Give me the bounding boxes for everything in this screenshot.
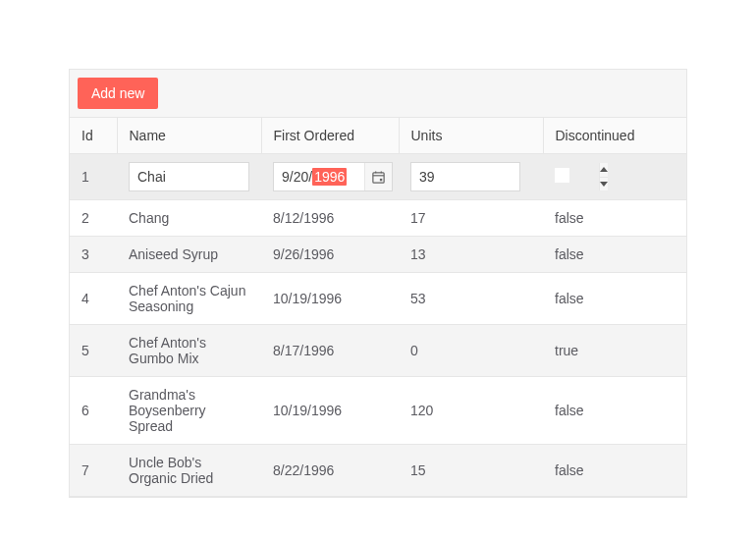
grid-table: Id Name First Ordered Units Discontinued… xyxy=(70,118,686,497)
cell-id: 6 xyxy=(70,377,117,445)
cell-units: 15 xyxy=(399,445,543,497)
spin-down-button[interactable] xyxy=(600,178,608,191)
grid-toolbar: Add new xyxy=(70,70,686,118)
cell-name: Chef Anton's Gumbo Mix xyxy=(117,325,261,377)
cell-id: 2 xyxy=(70,200,117,237)
col-header-discontinued[interactable]: Discontinued xyxy=(543,118,686,154)
cell-units: 0 xyxy=(399,325,543,377)
cell-name: Uncle Bob's Organic Dried xyxy=(117,445,261,497)
table-row[interactable]: 4 Chef Anton's Cajun Seasoning 10/19/199… xyxy=(70,273,686,325)
date-selected-segment: 1996 xyxy=(312,168,347,186)
cell-discontinued: false xyxy=(543,445,686,497)
cell-first-ordered: 10/19/1996 xyxy=(261,377,399,445)
cell-units-edit xyxy=(399,154,543,200)
cell-discontinued: true xyxy=(543,325,686,377)
cell-discontinued: false xyxy=(543,273,686,325)
data-grid: Add new Id Name First Ordered Units Disc… xyxy=(69,69,687,498)
table-row[interactable]: 6 Grandma's Boysenberry Spread 10/19/199… xyxy=(70,377,686,445)
cell-id: 1 xyxy=(70,154,117,200)
table-row[interactable]: 3 Aniseed Syrup 9/26/1996 13 false xyxy=(70,237,686,273)
table-row[interactable]: 7 Uncle Bob's Organic Dried 8/22/1996 15… xyxy=(70,445,686,497)
numeric-stepper xyxy=(410,162,520,191)
header-row: Id Name First Ordered Units Discontinued xyxy=(70,118,686,154)
date-input-text[interactable]: 9/20/1996 xyxy=(274,168,364,186)
cell-id: 5 xyxy=(70,325,117,377)
table-row-editing: 1 9/20/1996 xyxy=(70,154,686,200)
cell-name: Chef Anton's Cajun Seasoning xyxy=(117,273,261,325)
cell-name: Grandma's Boysenberry Spread xyxy=(117,377,261,445)
calendar-icon xyxy=(371,170,386,185)
cell-id: 3 xyxy=(70,237,117,273)
add-new-button[interactable]: Add new xyxy=(78,78,158,109)
svg-rect-0 xyxy=(373,172,384,182)
cell-first-ordered-edit: 9/20/1996 xyxy=(261,154,399,200)
spinner xyxy=(599,163,608,190)
table-row[interactable]: 5 Chef Anton's Gumbo Mix 8/17/1996 0 tru… xyxy=(70,325,686,377)
cell-first-ordered: 8/17/1996 xyxy=(261,325,399,377)
cell-units: 17 xyxy=(399,200,543,237)
cell-first-ordered: 9/26/1996 xyxy=(261,237,399,273)
calendar-toggle-button[interactable] xyxy=(364,163,392,190)
cell-discontinued: false xyxy=(543,237,686,273)
svg-rect-4 xyxy=(380,178,382,180)
caret-up-icon xyxy=(600,167,608,172)
cell-discontinued: false xyxy=(543,377,686,445)
cell-name-edit xyxy=(117,154,261,200)
cell-first-ordered: 8/22/1996 xyxy=(261,445,399,497)
cell-id: 4 xyxy=(70,273,117,325)
spin-up-button[interactable] xyxy=(600,163,608,178)
name-input[interactable] xyxy=(129,162,249,191)
date-picker[interactable]: 9/20/1996 xyxy=(273,162,393,191)
cell-discontinued: false xyxy=(543,200,686,237)
caret-down-icon xyxy=(600,182,608,187)
cell-id: 7 xyxy=(70,445,117,497)
cell-units: 120 xyxy=(399,377,543,445)
units-input[interactable] xyxy=(411,163,599,190)
cell-first-ordered: 10/19/1996 xyxy=(261,273,399,325)
cell-first-ordered: 8/12/1996 xyxy=(261,200,399,237)
cell-units: 13 xyxy=(399,237,543,273)
col-header-name[interactable]: Name xyxy=(117,118,261,154)
cell-name: Aniseed Syrup xyxy=(117,237,261,273)
col-header-id[interactable]: Id xyxy=(70,118,117,154)
cell-units: 53 xyxy=(399,273,543,325)
col-header-first-ordered[interactable]: First Ordered xyxy=(261,118,399,154)
col-header-units[interactable]: Units xyxy=(399,118,543,154)
date-prefix: 9/20/ xyxy=(282,169,312,185)
table-row[interactable]: 2 Chang 8/12/1996 17 false xyxy=(70,200,686,237)
cell-name: Chang xyxy=(117,200,261,237)
